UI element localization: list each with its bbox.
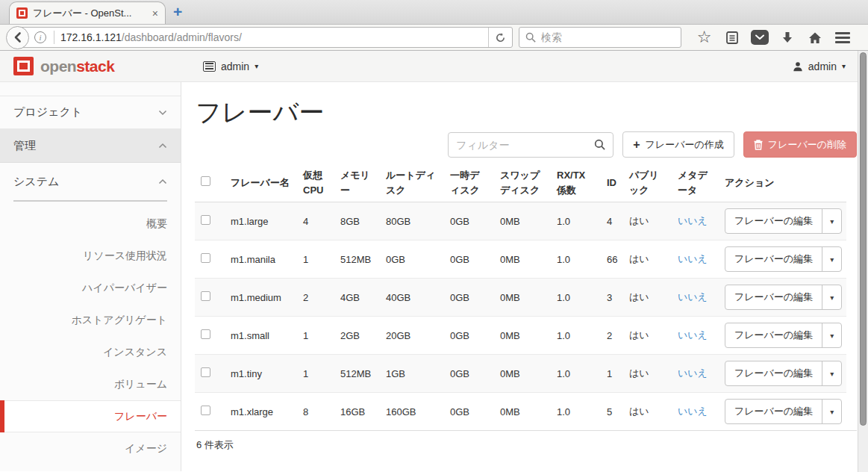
edit-flavor-button[interactable]: フレーバーの編集 — [725, 361, 822, 385]
row-actions-caret[interactable]: ▾ — [822, 400, 841, 423]
table-row: m1.tiny 1 512MB 1GB 0GB 0MB 1.0 1 はい いいえ… — [195, 355, 846, 393]
scrollbar-thumb[interactable] — [860, 52, 867, 426]
downloads-button[interactable] — [773, 31, 801, 44]
filter-input[interactable] — [456, 139, 594, 151]
openstack-logo[interactable]: openstack — [13, 57, 114, 75]
logo-text-stack: stack — [76, 58, 114, 75]
row-checkbox[interactable] — [201, 253, 210, 263]
menu-button[interactable] — [828, 32, 856, 43]
edit-flavor-button[interactable]: フレーバーの編集 — [725, 285, 822, 309]
sidebar-item-images[interactable]: イメージ — [0, 432, 181, 465]
browser-search-input[interactable] — [541, 31, 675, 43]
col-id: ID — [601, 164, 623, 202]
col-ephemeral-disk: 一時ディスク — [444, 164, 494, 202]
sidebar-item-overview[interactable]: 概要 — [0, 208, 181, 240]
col-memory: メモリー — [334, 164, 380, 202]
sidebar-item-resource-usage[interactable]: リソース使用状況 — [0, 240, 181, 272]
url-host: 172.16.1.121 — [60, 31, 122, 43]
row-actions-caret[interactable]: ▾ — [822, 361, 841, 385]
sidebar-section-project[interactable]: プロジェクト — [0, 96, 181, 129]
edit-flavor-button[interactable]: フレーバーの編集 — [725, 400, 822, 423]
metadata-link[interactable]: いいえ — [678, 406, 708, 417]
row-checkbox[interactable] — [201, 329, 210, 339]
sidebar-item-volumes[interactable]: ボリューム — [0, 368, 181, 400]
create-flavor-button[interactable]: + フレーバーの作成 — [622, 131, 734, 158]
back-arrow-icon — [12, 31, 24, 43]
col-root-disk: ルートディスク — [380, 164, 444, 202]
cell-flavor-name: m1.small — [225, 317, 297, 355]
row-checkbox[interactable] — [201, 291, 210, 301]
col-vcpus: 仮想CPU — [297, 164, 334, 202]
clipboard-icon — [725, 31, 739, 45]
metadata-link[interactable]: いいえ — [678, 253, 708, 264]
sidebar-item-flavors[interactable]: フレーバー — [0, 400, 181, 432]
url-separator — [54, 31, 54, 44]
page-scrollbar[interactable] — [858, 51, 868, 472]
url-bar[interactable]: i 172.16.1.121/dashboard/admin/flavors/ — [19, 27, 513, 48]
sidebar-item-instances[interactable]: インスタンス — [0, 336, 181, 368]
sidebar: プロジェクト 管理 システム 概要 リソース使用状況 ハイパーバイザー ホストア… — [0, 82, 181, 471]
row-checkbox[interactable] — [201, 215, 210, 225]
sidebar-divider — [13, 200, 167, 202]
metadata-link[interactable]: いいえ — [678, 367, 708, 379]
browser-search-box[interactable] — [519, 27, 681, 48]
table-row: m1.medium 2 4GB 40GB 0GB 0MB 1.0 3 はい いい… — [195, 279, 846, 317]
col-public: パブリック — [623, 164, 672, 202]
tab-title: フレーバー - OpenSt... — [33, 7, 147, 20]
search-icon — [525, 32, 536, 43]
browser-tab[interactable]: フレーバー - OpenSt... × — [9, 1, 166, 24]
row-checkbox[interactable] — [201, 367, 210, 377]
logo-text-open: open — [40, 58, 76, 75]
row-actions-caret[interactable]: ▾ — [822, 323, 841, 347]
edit-flavor-button[interactable]: フレーバーの編集 — [725, 247, 822, 271]
sidebar-item-host-aggregates[interactable]: ホストアグリゲート — [0, 304, 181, 336]
sidebar-item-hypervisors[interactable]: ハイパーバイザー — [0, 272, 181, 304]
openstack-favicon-icon — [16, 7, 28, 19]
col-swap-disk: スワップディスク — [494, 164, 551, 202]
table-row: m1.xlarge 8 16GB 160GB 0GB 0MB 1.0 5 はい … — [195, 393, 846, 431]
bookmark-star-button[interactable]: ☆ — [690, 29, 718, 46]
row-actions-caret[interactable]: ▾ — [822, 247, 841, 271]
back-button[interactable] — [6, 26, 29, 49]
select-all-checkbox[interactable] — [201, 176, 210, 186]
delete-flavor-button[interactable]: フレーバーの削除 — [743, 131, 857, 158]
col-flavor-name: フレーバー名 — [225, 164, 297, 202]
sidebar-section-system[interactable]: システム — [0, 163, 181, 200]
user-menu[interactable]: admin ▾ — [793, 60, 846, 72]
table-row: m1.manila 1 512MB 0GB 0GB 0MB 1.0 66 はい … — [195, 240, 846, 279]
home-button[interactable] — [801, 31, 828, 44]
tab-close-icon[interactable]: × — [152, 8, 158, 19]
search-icon[interactable] — [594, 139, 605, 150]
bookmarks-list-button[interactable] — [718, 31, 746, 45]
filter-box[interactable] — [448, 132, 613, 158]
site-info-icon[interactable]: i — [34, 31, 46, 43]
metadata-link[interactable]: いいえ — [678, 215, 708, 226]
trash-icon — [754, 140, 763, 150]
sidebar-section-admin[interactable]: 管理 — [0, 129, 181, 163]
col-metadata: メタデータ — [672, 164, 719, 202]
hamburger-menu-icon — [835, 32, 850, 43]
row-checkbox[interactable] — [201, 406, 210, 415]
pocket-icon — [751, 30, 769, 45]
project-selector[interactable]: admin ▾ — [203, 60, 258, 72]
edit-flavor-button[interactable]: フレーバーの編集 — [725, 209, 822, 233]
pocket-button[interactable] — [746, 30, 773, 45]
edit-flavor-button[interactable]: フレーバーの編集 — [725, 323, 822, 347]
row-actions-caret[interactable]: ▾ — [822, 285, 841, 309]
row-actions-caret[interactable]: ▾ — [822, 209, 841, 233]
metadata-link[interactable]: いいえ — [678, 329, 708, 341]
reload-button[interactable] — [488, 28, 512, 47]
new-tab-button[interactable]: + — [173, 4, 182, 19]
cell-flavor-name: m1.xlarge — [225, 393, 297, 431]
chevron-up-icon — [158, 143, 167, 149]
openstack-page: openstack admin ▾ admin ▾ プロジェクト — [0, 51, 868, 472]
col-rxtx-factor: RX/TX係数 — [551, 164, 601, 202]
metadata-link[interactable]: いいえ — [678, 291, 708, 302]
cell-flavor-name: m1.medium — [225, 279, 297, 317]
chevron-down-icon: ▾ — [255, 62, 258, 70]
download-icon — [781, 31, 793, 44]
browser-toolbar-icons: ☆ — [690, 29, 856, 46]
chevron-down-icon — [158, 110, 167, 116]
table-row: m1.small 1 2GB 20GB 0GB 0MB 1.0 2 はい いいえ… — [195, 317, 846, 355]
chevron-down-icon: ▾ — [842, 62, 846, 70]
